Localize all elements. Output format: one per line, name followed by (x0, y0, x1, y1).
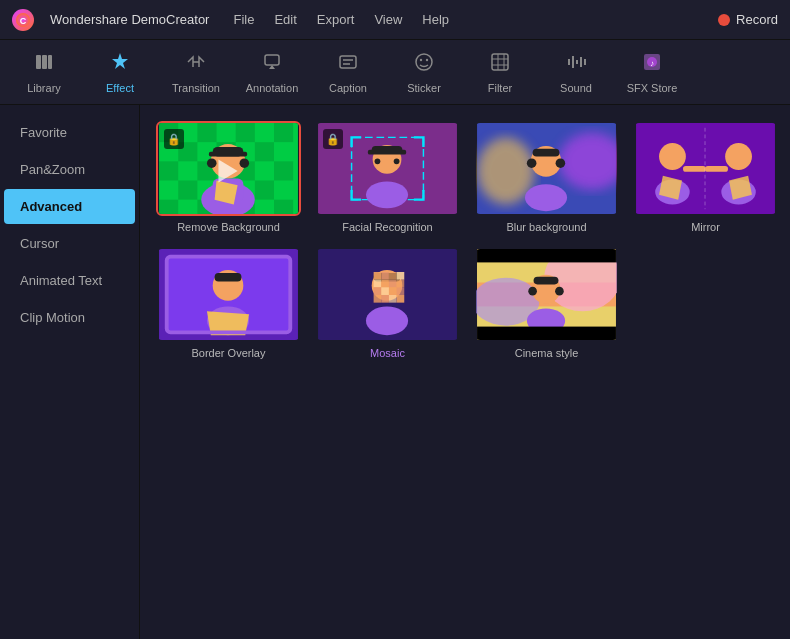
svg-rect-98 (389, 280, 397, 288)
tab-transition[interactable]: Transition (160, 43, 232, 101)
effect-thumb-remove-bg: 🔒 (156, 121, 301, 216)
tab-sticker[interactable]: Sticker (388, 43, 460, 101)
svg-point-67 (525, 184, 567, 211)
sidebar-item-clipmotion[interactable]: Clip Motion (4, 300, 135, 335)
sticker-icon (413, 51, 435, 78)
svg-rect-118 (477, 249, 616, 262)
svg-rect-106 (389, 295, 397, 303)
sidebar-item-advanced[interactable]: Advanced (4, 189, 135, 224)
svg-rect-96 (374, 280, 382, 288)
sticker-label: Sticker (407, 82, 441, 94)
tab-effect[interactable]: Effect (84, 43, 156, 101)
transition-label: Transition (172, 82, 220, 94)
effects-grid: 🔒 (156, 121, 774, 359)
record-indicator (718, 14, 730, 26)
svg-point-49 (207, 158, 217, 168)
sidebar-item-panzoom[interactable]: Pan&Zoom (4, 152, 135, 187)
effect-card-cinema-style[interactable]: Cinema style (474, 247, 619, 359)
filter-label: Filter (488, 82, 512, 94)
effects-panel: 🔒 (140, 105, 790, 639)
svg-point-50 (240, 158, 250, 168)
app-logo: C (12, 9, 34, 31)
svg-point-61 (394, 158, 400, 164)
svg-rect-102 (389, 287, 397, 295)
svg-rect-6 (265, 55, 279, 65)
transition-icon (185, 51, 207, 78)
effect-card-remove-bg[interactable]: 🔒 (156, 121, 301, 233)
sfxstore-label: SFX Store (627, 82, 678, 94)
effect-thumb-border-overlay (156, 247, 301, 342)
sfxstore-icon: ♪ (641, 51, 663, 78)
sidebar-item-animatedtext[interactable]: Animated Text (4, 263, 135, 298)
svg-text:C: C (20, 16, 27, 26)
sidebar-item-cursor[interactable]: Cursor (4, 226, 135, 261)
svg-point-12 (426, 58, 428, 60)
svg-rect-33 (255, 142, 274, 161)
caption-label: Caption (329, 82, 367, 94)
tab-sound[interactable]: Sound (540, 43, 612, 101)
effect-name-mosaic: Mosaic (315, 347, 460, 359)
title-bar: C Wondershare DemoCreator File Edit Expo… (0, 0, 790, 40)
record-button[interactable]: Record (718, 12, 778, 27)
svg-point-60 (375, 158, 381, 164)
effect-thumb-facial-recognition: 🔒 (315, 121, 460, 216)
effect-name-cinema: Cinema style (474, 347, 619, 359)
filter-icon (489, 51, 511, 78)
svg-rect-34 (159, 161, 178, 180)
effect-name-facial: Facial Recognition (315, 221, 460, 233)
tab-annotation[interactable]: Annotation (236, 43, 308, 101)
effect-name-blur: Blur background (474, 221, 619, 233)
svg-rect-99 (397, 280, 405, 288)
svg-point-59 (366, 181, 408, 208)
effect-card-mosaic[interactable]: Mosaic (315, 247, 460, 359)
tab-filter[interactable]: Filter (464, 43, 536, 101)
sound-icon (565, 51, 587, 78)
svg-rect-44 (274, 200, 293, 214)
effect-thumb-blur-bg (474, 121, 619, 216)
svg-rect-104 (374, 295, 382, 303)
menu-help[interactable]: Help (422, 12, 449, 27)
svg-point-117 (555, 287, 564, 296)
svg-rect-94 (389, 272, 397, 280)
svg-rect-114 (534, 277, 559, 285)
svg-rect-40 (255, 180, 274, 199)
svg-rect-66 (533, 149, 560, 157)
main-content: Favorite Pan&Zoom Advanced Cursor Animat… (0, 105, 790, 639)
svg-rect-30 (274, 123, 293, 142)
svg-rect-107 (397, 295, 405, 303)
svg-point-69 (556, 158, 566, 168)
effect-card-mirror[interactable]: Mirror (633, 121, 778, 233)
menu-export[interactable]: Export (317, 12, 355, 27)
caption-icon (337, 51, 359, 78)
tab-library[interactable]: Library (8, 43, 80, 101)
svg-point-116 (528, 287, 537, 296)
effect-label: Effect (106, 82, 134, 94)
svg-rect-95 (397, 272, 405, 280)
svg-point-10 (416, 54, 432, 70)
svg-text:♪: ♪ (650, 59, 654, 68)
tab-caption[interactable]: Caption (312, 43, 384, 101)
svg-rect-2 (36, 55, 41, 69)
effect-name-mirror: Mirror (633, 221, 778, 233)
library-icon (33, 51, 55, 78)
menu-file[interactable]: File (233, 12, 254, 27)
svg-rect-93 (381, 272, 389, 280)
sidebar-item-favorite[interactable]: Favorite (4, 115, 135, 150)
lock-icon-remove-bg: 🔒 (164, 129, 184, 149)
svg-rect-29 (236, 123, 255, 142)
effect-thumb-mosaic (315, 247, 460, 342)
annotation-label: Annotation (246, 82, 299, 94)
menu-view[interactable]: View (374, 12, 402, 27)
sound-label: Sound (560, 82, 592, 94)
svg-rect-100 (374, 287, 382, 295)
effect-card-facial-recognition[interactable]: 🔒 (315, 121, 460, 233)
svg-point-75 (725, 143, 752, 170)
record-label: Record (736, 12, 778, 27)
sidebar: Favorite Pan&Zoom Advanced Cursor Animat… (0, 105, 140, 639)
svg-point-11 (420, 58, 422, 60)
effect-card-blur-bg[interactable]: Blur background (474, 121, 619, 233)
tab-sfxstore[interactable]: ♪ SFX Store (616, 43, 688, 101)
effect-card-border-overlay[interactable]: Border Overlay (156, 247, 301, 359)
menu-edit[interactable]: Edit (274, 12, 296, 27)
svg-point-68 (527, 158, 537, 168)
